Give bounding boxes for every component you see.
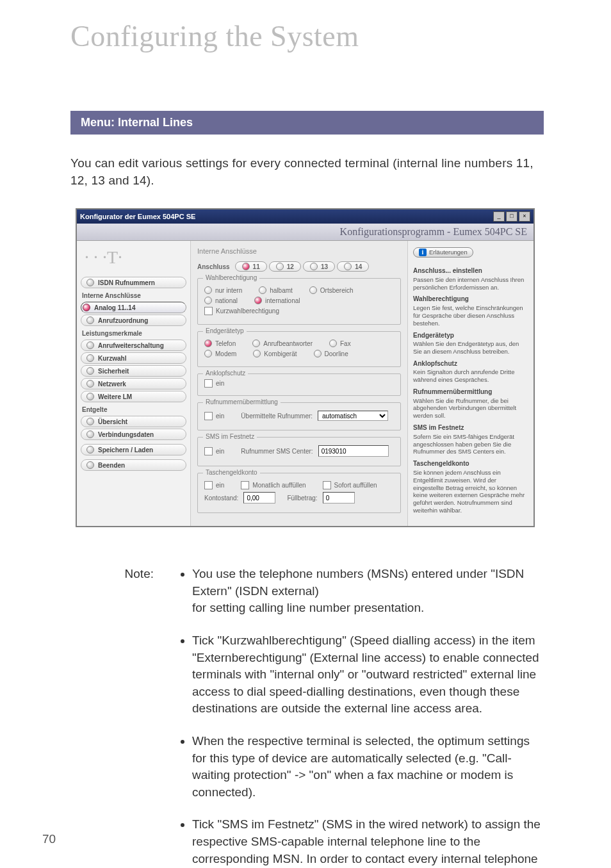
menu-bar: Menu: Internal Lines [70,111,544,135]
window-titlebar: Konfigurator der Eumex 504PC SE _ □ × [77,209,534,224]
bullet-icon [86,354,94,362]
group-taschengeldkonto: Taschengeldkonto ein Monatlich auffüllen… [197,473,401,513]
sidebar-item[interactable]: Sicherheit [81,365,186,377]
sidebar-item[interactable]: Übersicht [81,416,186,427]
intro-paragraph: You can edit various settings for every … [70,155,544,189]
group-title: SMS im Festnetz [203,433,257,440]
sidebar: · · ·T· ISDN RufnummernInterne Anschlüss… [77,241,191,526]
chapter-title: Configuring the System [70,19,544,53]
sidebar-item-label: ISDN Rufnummern [98,279,155,286]
help-text: Legen Sie fest, welche Einschränkungen f… [413,304,528,327]
help-heading: Endgerätetyp [413,332,528,340]
bullet-icon [86,430,94,438]
config-panel: Interne Anschlüsse Anschluss 11 12 13 14… [191,241,407,526]
sidebar-item-label: Verbindungsdaten [98,431,154,438]
anschluss-tab-11[interactable]: 11 [235,261,267,272]
radio-icon [310,263,318,270]
group-title: Anklopfschutz [203,370,248,377]
group-title: Rufnummernübermittlung [203,398,281,405]
ruf-label: Übermittelte Rufnummer: [241,413,313,420]
banner-title: Konfigurationsprogramm - Eumex 504PC SE [77,224,534,241]
kontostand-label: Kontostand: [204,495,238,502]
panel-title: Interne Anschlüsse [197,247,401,255]
opt-fax[interactable]: Fax [329,340,351,347]
help-text: Wählen Sie den Endgerätetyp aus, den Sie… [413,340,528,356]
opt-halbamt[interactable]: halbamt [259,286,293,294]
sidebar-item[interactable]: ISDN Rufnummern [81,277,186,288]
info-icon: i [419,249,427,256]
group-anklopfschutz: Anklopfschutz ein [197,373,401,396]
minimize-icon[interactable]: _ [493,211,505,222]
radio-icon [242,263,250,270]
sidebar-item[interactable]: Weitere LM [81,391,186,402]
t-logo-icon: · · ·T· [81,247,186,275]
chk-sofort[interactable]: Sofort auffüllen [323,481,377,489]
chk-sms-ein[interactable]: ein [204,447,224,455]
close-icon[interactable]: × [519,211,530,222]
radio-icon [276,263,284,270]
sms-center-input[interactable] [318,445,389,457]
group-rufnummernuebermittlung: Rufnummernübermittlung ein Übermittelte … [197,402,401,430]
sidebar-item[interactable]: Kurzwahl [81,352,186,364]
anschluss-tab-13[interactable]: 13 [303,261,335,272]
chk-monatlich[interactable]: Monatlich auffüllen [241,481,306,489]
sidebar-item-label: Netzwerk [98,381,126,388]
radio-icon [344,263,352,270]
opt-national[interactable]: national [204,297,238,304]
note-body: You use the telephone numbers (MSNs) ent… [179,566,544,868]
anschluss-tab-12[interactable]: 12 [269,261,301,272]
note-item: When the respective terminal is selected… [192,733,544,801]
opt-kombigeraet[interactable]: Kombigerät [253,350,297,357]
note-item: You use the telephone numbers (MSNs) ent… [192,566,544,617]
anschluss-tab-14[interactable]: 14 [337,261,369,272]
opt-ortsbereich[interactable]: Ortsbereich [309,286,354,294]
ruf-select[interactable]: automatisch [318,411,388,421]
fuellbetrag-label: Füllbetrag: [287,495,317,502]
bullet-icon [86,380,94,388]
sidebar-item-label: Speichern / Laden [98,446,153,454]
sidebar-item[interactable]: Netzwerk [81,378,186,389]
kontostand-input[interactable] [243,492,275,504]
help-heading: Anklopfschutz [413,360,528,368]
sidebar-item[interactable]: Speichern / Laden [81,444,186,455]
help-heading: SMS im Festnetz [413,424,528,432]
opt-kurzwahl[interactable]: Kurzwahlberechtigung [204,307,279,315]
opt-modem[interactable]: Modem [204,350,236,357]
page-number: 70 [42,832,56,846]
nav-heading: Entgelte [82,406,185,413]
help-text: Sofern Sie ein SMS-fähiges Endgerät ange… [413,433,528,456]
opt-doorline[interactable]: Doorline [314,350,348,357]
opt-telefon[interactable]: Telefon [204,340,236,347]
chk-tgk-ein[interactable]: ein [204,481,224,489]
nav-heading: Leistungsmerkmale [82,330,185,337]
opt-anrufbeantworter[interactable]: Anrufbeantworter [252,340,313,347]
erlaeuterungen-button[interactable]: i Erläuterungen [413,247,473,258]
help-text: Passen Sie den internen Anschluss Ihren … [413,276,528,291]
help-heading: Taschengeldkonto [413,460,528,468]
group-endgeraetetyp: Endgerätetyp Telefon Anrufbeantworter Fa… [197,331,401,367]
chk-ruf-ein[interactable]: ein [204,412,224,420]
maximize-icon[interactable]: □ [506,211,517,222]
help-heading: Rufnummernübermittlung [413,388,528,397]
note-item: Tick "SMS im Festnetz" (SMS in the wired… [192,816,544,868]
sidebar-item[interactable]: Beenden [81,459,186,471]
fuellbetrag-input[interactable] [323,492,355,504]
opt-nur-intern[interactable]: nur intern [204,286,242,294]
bullet-icon [86,418,94,425]
anschluss-label: Anschluss [197,263,230,270]
bullet-icon [86,316,94,324]
sidebar-item[interactable]: Analog 11..14 [81,302,186,313]
bullet-icon [86,461,94,469]
sidebar-item[interactable]: Anrufweiterschaltung [81,340,186,351]
sidebar-item-label: Analog 11..14 [94,304,135,311]
group-title: Taschengeldkonto [203,469,260,476]
bullet-icon [86,367,94,375]
sidebar-item[interactable]: Verbindungsdaten [81,429,186,440]
group-sms-festnetz: SMS im Festnetz ein Rufnummer SMS Center… [197,437,401,466]
opt-international[interactable]: international [254,297,300,304]
sidebar-item[interactable]: Anrufzuordnung [81,315,186,326]
help-text: Kein Signalton durch anrufende Dritte wä… [413,368,528,384]
bullet-icon [86,393,94,400]
chk-anklopf-ein[interactable]: ein [204,379,224,388]
group-title: Endgerätetyp [203,327,247,334]
